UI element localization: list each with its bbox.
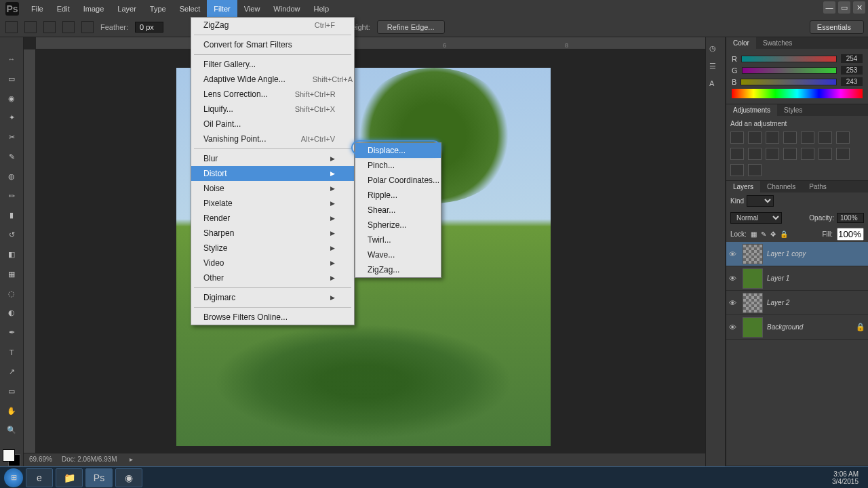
filter-liquify[interactable]: Liquify...Shift+Ctrl+X [191, 102, 354, 117]
adj-levels-icon[interactable] [748, 131, 762, 144]
layer-thumb[interactable] [743, 244, 763, 264]
gradient-tool-icon[interactable]: ▦ [4, 267, 19, 281]
filter-stylize[interactable]: Stylize▶ [191, 241, 354, 256]
taskbar-ie[interactable]: e [26, 468, 53, 487]
distort-zigzag[interactable]: ZigZag... [355, 262, 441, 277]
layer-row[interactable]: 👁Layer 1 copy [726, 242, 868, 266]
dodge-tool-icon[interactable]: ◐ [4, 306, 19, 321]
b-slider[interactable] [741, 79, 837, 85]
type-tool-icon[interactable]: T [4, 345, 19, 359]
adj-posterize-icon[interactable] [818, 148, 832, 160]
filter-noise[interactable]: Noise▶ [191, 181, 354, 196]
r-value[interactable]: 254 [841, 54, 863, 63]
adj-bw-icon[interactable] [730, 148, 744, 160]
path-tool-icon[interactable]: ↗ [4, 365, 19, 379]
workspace-switcher[interactable]: Essentials [810, 20, 864, 34]
start-button[interactable]: ⊞ [4, 468, 23, 487]
menu-select[interactable]: Select [173, 0, 208, 17]
stamp-tool-icon[interactable]: ▮ [4, 209, 19, 223]
g-value[interactable]: 253 [841, 66, 863, 75]
filter-sharpen[interactable]: Sharpen▶ [191, 226, 354, 241]
blend-mode-select[interactable]: Normal [730, 212, 782, 224]
filter-digimarc[interactable]: Digimarc▶ [191, 290, 354, 305]
tab-layers[interactable]: Layers [726, 181, 760, 192]
pen-tool-icon[interactable]: ✒ [4, 325, 19, 340]
filter-other[interactable]: Other▶ [191, 270, 354, 285]
tab-channels[interactable]: Channels [760, 181, 802, 192]
zoom-level[interactable]: 69.69% [29, 455, 52, 464]
color-swatches[interactable] [3, 449, 20, 466]
tab-swatches[interactable]: Swatches [756, 37, 799, 49]
adj-vibrance-icon[interactable] [801, 131, 814, 144]
color-ramp[interactable] [732, 89, 863, 98]
system-tray[interactable]: 3:06 AM 3/4/2015 [832, 470, 864, 485]
menu-window[interactable]: Window [267, 0, 307, 17]
tool-preset-icon[interactable] [5, 21, 18, 33]
selection-new-icon[interactable] [24, 21, 37, 33]
layer-row[interactable]: 👁Layer 2 [726, 291, 868, 315]
distort-polar[interactable]: Polar Coordinates... [355, 173, 441, 188]
visibility-icon[interactable]: 👁 [729, 299, 738, 307]
lock-transparency-icon[interactable]: ▦ [751, 230, 757, 238]
layer-row[interactable]: 👁Layer 1 [726, 266, 868, 291]
filter-gallery[interactable]: Filter Gallery... [191, 57, 354, 72]
adj-hue-icon[interactable] [818, 131, 832, 144]
filter-adaptive[interactable]: Adaptive Wide Angle...Shift+Ctrl+A [191, 72, 354, 87]
menu-view[interactable]: View [237, 0, 267, 17]
distort-shear[interactable]: Shear... [355, 203, 441, 218]
layer-thumb[interactable] [743, 317, 763, 338]
adj-exposure-icon[interactable] [783, 131, 797, 144]
distort-twirl[interactable]: Twirl... [355, 232, 441, 247]
opacity-input[interactable] [837, 213, 864, 223]
wand-tool-icon[interactable]: ✦ [4, 110, 19, 125]
filter-oil[interactable]: Oil Paint... [191, 117, 354, 131]
eyedropper-tool-icon[interactable]: ✎ [4, 150, 19, 164]
history-brush-icon[interactable]: ↺ [4, 228, 19, 242]
distort-wave[interactable]: Wave... [355, 247, 441, 262]
tab-styles[interactable]: Styles [777, 104, 809, 116]
close-button[interactable]: ✕ [853, 1, 865, 14]
distort-displace[interactable]: Displace... [355, 143, 441, 158]
r-slider[interactable] [741, 56, 837, 62]
character-icon[interactable]: A [709, 79, 722, 92]
taskbar-explorer[interactable]: 📁 [56, 468, 83, 487]
distort-ripple[interactable]: Ripple... [355, 188, 441, 203]
brush-tool-icon[interactable]: ✏ [4, 189, 19, 203]
tab-color[interactable]: Color [726, 37, 756, 49]
feather-input[interactable]: 0 px [135, 22, 163, 33]
taskbar-chrome[interactable]: ◉ [115, 468, 142, 487]
lock-pixels-icon[interactable]: ✎ [761, 230, 766, 238]
adj-threshold-icon[interactable] [836, 148, 850, 160]
menu-filter[interactable]: Filter [207, 0, 237, 17]
menu-layer[interactable]: Layer [111, 0, 143, 17]
visibility-icon[interactable]: 👁 [729, 274, 738, 283]
maximize-button[interactable]: ▭ [838, 1, 850, 14]
shape-tool-icon[interactable]: ▭ [4, 384, 19, 399]
g-slider[interactable] [742, 67, 837, 74]
healing-tool-icon[interactable]: ◍ [4, 169, 19, 184]
tab-paths[interactable]: Paths [802, 181, 833, 192]
app-logo[interactable]: Ps [5, 2, 19, 16]
menu-type[interactable]: Type [143, 0, 173, 17]
filter-last[interactable]: ZigZagCtrl+F [191, 18, 354, 33]
lock-position-icon[interactable]: ✥ [770, 230, 776, 238]
filter-video[interactable]: Video▶ [191, 256, 354, 270]
layer-thumb[interactable] [743, 268, 763, 289]
visibility-icon[interactable]: 👁 [729, 250, 738, 258]
filter-pixelate[interactable]: Pixelate▶ [191, 196, 354, 211]
layer-thumb[interactable] [743, 293, 763, 313]
visibility-icon[interactable]: 👁 [729, 323, 738, 331]
zoom-tool-icon[interactable]: 🔍 [4, 423, 19, 437]
refine-edge-button[interactable]: Refine Edge... [377, 20, 445, 34]
adj-photofilter-icon[interactable] [748, 148, 762, 160]
history-icon[interactable]: ◷ [709, 44, 722, 56]
adj-brightness-icon[interactable] [730, 131, 744, 144]
minimize-button[interactable]: — [823, 1, 835, 14]
adj-channelmix-icon[interactable] [766, 148, 779, 160]
selection-add-icon[interactable] [43, 21, 56, 33]
marquee-tool-icon[interactable]: ▭ [4, 72, 19, 86]
filter-browse-online[interactable]: Browse Filters Online... [191, 310, 354, 325]
filter-convert-smart[interactable]: Convert for Smart Filters [191, 37, 354, 52]
lasso-tool-icon[interactable]: ◉ [4, 92, 19, 106]
adj-colorlookup-icon[interactable] [783, 148, 797, 160]
